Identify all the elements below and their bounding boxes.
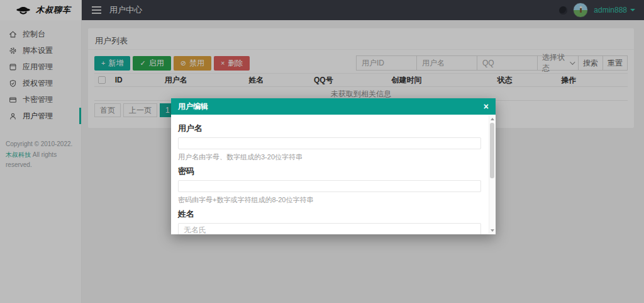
scrollbar-thumb[interactable] bbox=[490, 123, 494, 178]
password-field-hint: 密码由字母+数字或字符组成的8-20位字符串 bbox=[178, 195, 481, 205]
modal-body: 用户名 用户名由字母、数字组成的3-20位字符串 密码 密码由字母+数字或字符组… bbox=[171, 115, 489, 234]
username-field[interactable] bbox=[178, 137, 481, 149]
username-field-label: 用户名 bbox=[178, 123, 481, 134]
password-field-label: 密码 bbox=[178, 166, 481, 177]
scroll-up-icon[interactable] bbox=[489, 115, 495, 122]
name-field-label: 姓名 bbox=[178, 209, 481, 220]
name-field[interactable] bbox=[178, 223, 481, 234]
close-icon[interactable]: × bbox=[484, 102, 489, 111]
scroll-down-icon[interactable] bbox=[489, 227, 495, 234]
username-field-hint: 用户名由字母、数字组成的3-20位字符串 bbox=[178, 152, 481, 162]
password-field[interactable] bbox=[178, 180, 481, 192]
modal-title: 用户编辑 bbox=[178, 101, 208, 112]
user-edit-modal: 用户编辑 × 用户名 用户名由字母、数字组成的3-20位字符串 密码 密码由字母… bbox=[171, 98, 496, 234]
modal-scrollbar[interactable] bbox=[489, 115, 495, 234]
modal-header: 用户编辑 × bbox=[171, 98, 496, 115]
